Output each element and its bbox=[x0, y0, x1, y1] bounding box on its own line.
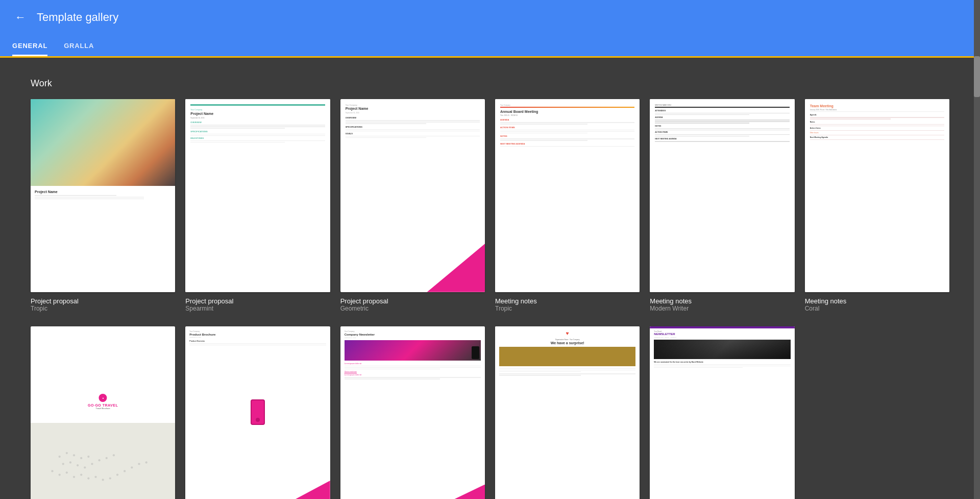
preview-line bbox=[189, 343, 326, 344]
header: ← Template gallery GENERAL GRALLA bbox=[0, 0, 980, 56]
preview-title: Project Name bbox=[346, 107, 480, 110]
preview-hero bbox=[345, 340, 481, 361]
svg-point-2 bbox=[73, 454, 75, 456]
svg-point-20 bbox=[102, 479, 104, 481]
scrollbar-thumb[interactable] bbox=[974, 56, 980, 97]
preview-line bbox=[345, 369, 440, 370]
template-card-project-proposal-spearmint[interactable]: Your Company Project Name September 01, … bbox=[185, 99, 330, 312]
template-card-brochure-modern[interactable]: ● GO·GO TRAVEL Travel Brochure www.herit… bbox=[31, 326, 175, 499]
template-card-meeting-notes-modern[interactable]: MEETING NAME 09/04 ATTENDEES AGENDA NOTE… bbox=[650, 99, 794, 312]
preview-line bbox=[655, 134, 789, 135]
preview-line bbox=[190, 135, 325, 136]
preview-content: ♥ Organization Name · Your Company We ha… bbox=[495, 326, 640, 499]
preview-content: Your Company Project Name September 01, … bbox=[340, 99, 485, 145]
preview-line bbox=[500, 138, 634, 139]
preview-line bbox=[655, 130, 789, 131]
scrollbar-track[interactable] bbox=[974, 0, 980, 499]
preview-line bbox=[810, 117, 944, 118]
preview-link: Click to read more bbox=[345, 371, 481, 373]
preview-section: Agenda bbox=[810, 114, 944, 116]
svg-point-26 bbox=[145, 461, 148, 463]
preview-content: Your Company Project Name September 01, … bbox=[185, 99, 330, 292]
template-preview: Your Brand NEWSLETTER September 2015 · I… bbox=[650, 326, 794, 499]
preview-section: NEXT MEETING AGENDA bbox=[500, 142, 634, 145]
preview-title: Annual Board Meeting bbox=[500, 110, 634, 113]
preview-line bbox=[810, 135, 944, 136]
header-tabs: GENERAL GRALLA bbox=[12, 42, 968, 56]
tab-gralla[interactable]: GRALLA bbox=[64, 42, 94, 56]
preview-content: Your Company Product Brochure September … bbox=[185, 326, 330, 350]
template-card-meeting-notes-tropic[interactable]: Your Company Annual Board Meeting Title:… bbox=[495, 99, 640, 312]
preview-line bbox=[345, 367, 481, 368]
preview-line bbox=[500, 130, 634, 131]
template-name: Meeting notes bbox=[650, 297, 794, 305]
preview-line bbox=[654, 366, 790, 367]
template-card-meeting-notes-coral[interactable]: Team Meeting January 2016 / Room / Title… bbox=[805, 99, 949, 312]
preview-line bbox=[655, 136, 749, 137]
template-card-newsletter-lively[interactable]: ♥ Organization Name · Your Company We ha… bbox=[495, 326, 640, 499]
preview-line bbox=[500, 146, 634, 147]
preview-accent bbox=[412, 485, 485, 499]
template-card-newsletter-geometric[interactable]: Your Company Company Newsletter Septembe… bbox=[340, 326, 485, 499]
preview-line bbox=[346, 122, 480, 123]
preview-heart-icon: ♥ bbox=[564, 330, 571, 338]
template-card-project-proposal-geometric[interactable]: Your Company Project Name September 01, … bbox=[340, 99, 485, 312]
template-preview: Your Company Project Name September 01, … bbox=[340, 99, 485, 292]
svg-point-10 bbox=[98, 459, 100, 461]
template-subname: Spearmint bbox=[185, 305, 330, 312]
preview-line bbox=[345, 378, 440, 379]
preview-date: January 2016 / Room / Title: Attendants bbox=[810, 109, 944, 111]
svg-point-1 bbox=[66, 452, 68, 454]
preview-section: NOTES bbox=[655, 125, 789, 127]
svg-point-13 bbox=[51, 470, 53, 472]
preview-line bbox=[499, 373, 635, 374]
template-name: Project proposal bbox=[31, 297, 175, 305]
preview-line3 bbox=[35, 199, 144, 199]
preview-date: September 01, 2015 bbox=[189, 337, 326, 338]
section-title-work: Work bbox=[31, 78, 949, 89]
preview-line bbox=[190, 142, 284, 143]
preview-date: September 01, 2015 bbox=[346, 112, 480, 114]
preview-section: AGENDA bbox=[500, 118, 634, 121]
preview-company: Your Company bbox=[345, 330, 481, 332]
template-preview: MEETING NAME 09/04 ATTENDEES AGENDA NOTE… bbox=[650, 99, 794, 292]
preview-phone-btn bbox=[256, 418, 260, 422]
preview-line bbox=[499, 371, 581, 372]
preview-line bbox=[500, 140, 587, 141]
preview-line bbox=[655, 120, 789, 121]
preview-company: MEETING NAME 09/04 bbox=[655, 104, 789, 106]
back-button[interactable]: ← bbox=[12, 9, 29, 26]
svg-point-16 bbox=[73, 476, 75, 478]
preview-line bbox=[190, 125, 325, 126]
preview-accent bbox=[500, 107, 634, 108]
preview-line bbox=[346, 123, 426, 124]
template-card-newsletter-plum[interactable]: Your Brand NEWSLETTER September 2015 · I… bbox=[650, 326, 794, 499]
preview-logo: ● GO·GO TRAVEL Travel Brochure bbox=[88, 394, 118, 410]
svg-point-4 bbox=[87, 456, 89, 458]
template-subname: Tropic bbox=[495, 305, 640, 312]
svg-point-9 bbox=[91, 463, 93, 465]
preview-line bbox=[345, 377, 481, 378]
template-card-brochure-geometric[interactable]: Your Company Product Brochure September … bbox=[185, 326, 330, 499]
preview-line bbox=[810, 118, 891, 120]
main-content: Work Project Name Project proposal Tropi… bbox=[0, 58, 980, 499]
template-name: Project proposal bbox=[185, 297, 330, 305]
preview-section: OVERVIEW bbox=[346, 116, 480, 119]
svg-point-12 bbox=[113, 454, 115, 456]
template-preview: Your Company Annual Board Meeting Title:… bbox=[495, 99, 640, 292]
svg-point-22 bbox=[116, 473, 118, 476]
preview-section: GOALS bbox=[346, 132, 480, 135]
preview-link: Other Issues bbox=[810, 132, 944, 134]
preview-line bbox=[346, 136, 480, 137]
tab-general[interactable]: GENERAL bbox=[12, 42, 47, 56]
svg-point-6 bbox=[69, 461, 71, 463]
svg-point-11 bbox=[106, 457, 108, 459]
preview-section: NOTES bbox=[500, 135, 634, 137]
preview-content: MEETING NAME 09/04 ATTENDEES AGENDA NOTE… bbox=[650, 99, 794, 292]
template-preview: Project Name bbox=[31, 99, 175, 292]
preview-title: Company Newsletter bbox=[345, 333, 481, 336]
preview-sub-line bbox=[35, 195, 116, 196]
template-card-project-proposal-tropic[interactable]: Project Name Project proposal Tropic bbox=[31, 99, 175, 312]
preview-divider bbox=[810, 111, 944, 112]
preview-line bbox=[654, 364, 790, 365]
